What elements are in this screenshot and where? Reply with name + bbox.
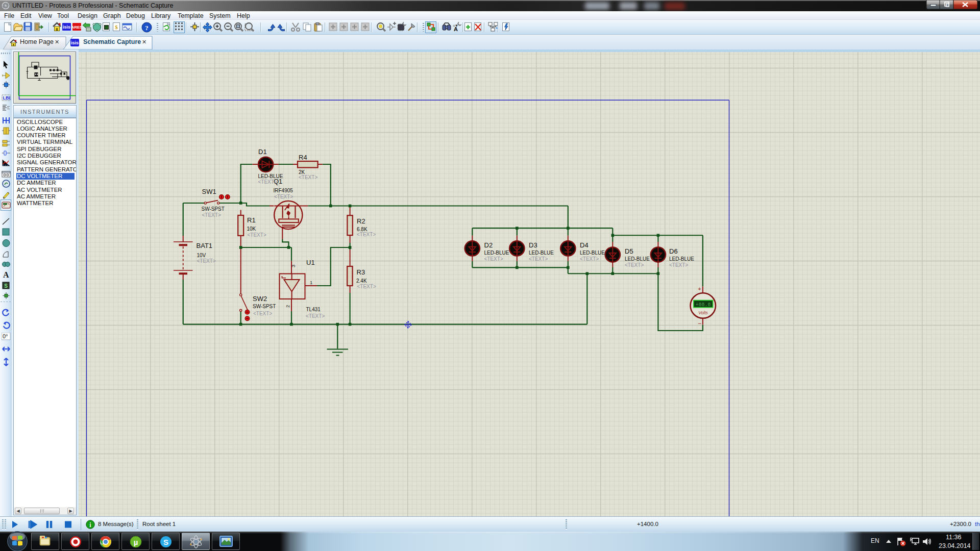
svg-text:<TEXT>: <TEXT> [299, 174, 317, 180]
svg-text:2: 2 [285, 305, 290, 308]
svg-text:IRF4905: IRF4905 [274, 188, 293, 193]
svg-text:S: S [163, 538, 168, 546]
svg-text:<TEXT>: <TEXT> [529, 256, 548, 262]
svg-text:<TEXT>: <TEXT> [202, 212, 221, 218]
svg-text:SW-SPST: SW-SPST [253, 304, 276, 309]
svg-text:SW-SPST: SW-SPST [202, 206, 225, 212]
svg-text:A: A [454, 26, 458, 32]
svg-text:<TEXT>: <TEXT> [306, 313, 325, 319]
svg-text:?: ? [145, 24, 149, 32]
svg-text:BAT1: BAT1 [197, 242, 213, 249]
svg-text:R1: R1 [247, 216, 256, 224]
svg-text:A: A [3, 270, 9, 279]
svg-text:D6: D6 [669, 247, 678, 255]
svg-text:<TEXT>: <TEXT> [484, 256, 503, 262]
svg-text:+: + [698, 286, 701, 292]
svg-text:S: S [4, 283, 8, 289]
svg-text:LBL: LBL [3, 95, 11, 101]
svg-text:<TEXT>: <TEXT> [669, 262, 688, 268]
svg-text:R2: R2 [357, 217, 365, 225]
svg-text:1: 1 [310, 280, 312, 285]
svg-text:LED-BLUE: LED-BLUE [484, 250, 509, 256]
svg-text:−: − [698, 320, 701, 327]
svg-text:+88.8: +88.8 [695, 302, 710, 308]
svg-text:<TEXT>: <TEXT> [357, 284, 376, 289]
svg-text:$: $ [115, 24, 118, 30]
svg-text:<TEXT>: <TEXT> [258, 179, 277, 185]
svg-text:ARES: ARES [72, 25, 82, 30]
svg-text:<TEXT>: <TEXT> [580, 256, 599, 262]
svg-text:10K: 10K [247, 226, 256, 232]
svg-text:D1: D1 [258, 148, 267, 156]
svg-text:R4: R4 [299, 154, 307, 161]
svg-text:D3: D3 [529, 241, 537, 249]
svg-text:U1: U1 [306, 259, 315, 266]
svg-text:µ: µ [134, 538, 138, 546]
svg-text:isis: isis [71, 40, 79, 45]
svg-text:SW1: SW1 [202, 188, 216, 195]
svg-text:R3: R3 [357, 268, 365, 276]
svg-text:TL431: TL431 [306, 307, 321, 312]
svg-text:<TEXT>: <TEXT> [357, 232, 376, 237]
svg-text:SW2: SW2 [253, 295, 267, 303]
svg-text:10V: 10V [197, 253, 206, 258]
svg-text:LED-BLUE: LED-BLUE [669, 256, 694, 262]
svg-text:D2: D2 [484, 241, 493, 249]
svg-text:<TEXT>: <TEXT> [274, 194, 293, 199]
svg-text:<TEXT>: <TEXT> [625, 262, 644, 268]
svg-text:LED-BLUE: LED-BLUE [529, 250, 554, 256]
svg-text:<TEXT>: <TEXT> [253, 311, 272, 316]
svg-text:Volts: Volts [698, 310, 708, 315]
svg-text:D4: D4 [580, 241, 589, 249]
svg-text:0°: 0° [3, 333, 8, 339]
svg-text:<TEXT>: <TEXT> [248, 232, 266, 238]
svg-text:LED-BLUE: LED-BLUE [580, 250, 605, 256]
svg-text:isis: isis [63, 24, 70, 30]
svg-text:2.4K: 2.4K [356, 278, 367, 284]
svg-text:D5: D5 [625, 247, 633, 255]
svg-text:3: 3 [290, 265, 296, 267]
svg-text:<TEXT>: <TEXT> [197, 258, 216, 264]
svg-text:LED-BLUE: LED-BLUE [258, 173, 283, 179]
svg-text:LED-BLUE: LED-BLUE [625, 256, 650, 262]
